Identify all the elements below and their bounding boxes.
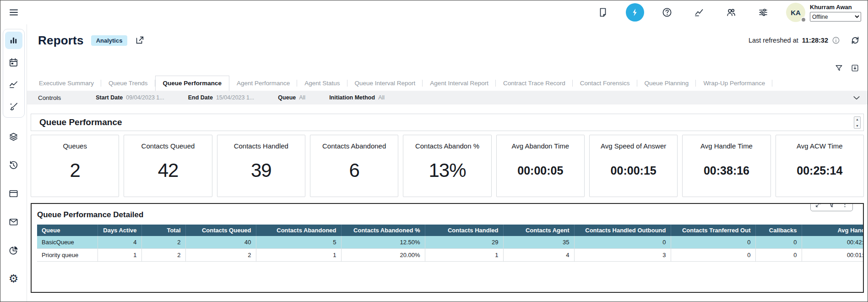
filter-icon[interactable] — [835, 64, 843, 73]
metric-label: Queues — [63, 142, 87, 150]
tab-agent-interval-report[interactable]: Agent Interval Report — [423, 76, 496, 91]
tab-executive-summary[interactable]: Executive Summary — [32, 76, 101, 91]
sidebar-item-window[interactable] — [5, 185, 22, 202]
metric-cards-row: Queues2Contacts Queued42Contacts Handled… — [31, 135, 864, 197]
users-button[interactable] — [722, 3, 740, 22]
table-cell: 2 — [141, 236, 185, 249]
sliders-button[interactable] — [754, 3, 772, 22]
tab-queue-planning[interactable]: Queue Planning — [637, 76, 696, 91]
column-header-contacts-handled[interactable]: Contacts Handled — [425, 225, 503, 236]
metric-value: 42 — [158, 159, 179, 181]
column-header-callbacks[interactable]: Callbacks — [755, 225, 802, 236]
tab-agent-status[interactable]: Agent Status — [297, 76, 347, 91]
expand-icon[interactable] — [815, 203, 822, 208]
table-cell: 00:42:22 — [802, 236, 863, 249]
help-button[interactable] — [658, 3, 676, 22]
metric-value: 2 — [70, 159, 80, 181]
kebab-icon[interactable] — [841, 203, 848, 208]
tab-queue-performance[interactable]: Queue Performance — [155, 76, 229, 91]
sidebar: ⚙ — [0, 24, 27, 302]
users-icon — [726, 7, 737, 18]
pie-chart-icon — [8, 245, 19, 256]
control-label: End Date — [188, 94, 213, 101]
control-label: Start Date — [96, 94, 123, 101]
metric-card-avg-abandon-time: Avg Abandon Time00:00:05 — [496, 135, 585, 197]
lightning-icon — [630, 8, 640, 17]
metrics-chart-button[interactable] — [690, 3, 708, 22]
analytics-badge: Analytics — [91, 35, 128, 46]
sidebar-item-mail[interactable] — [5, 213, 22, 231]
controls-expand-button[interactable] — [852, 93, 861, 104]
refresh-button[interactable] — [850, 35, 860, 45]
report-tabs: Executive SummaryQueue TrendsQueue Perfo… — [31, 76, 864, 91]
control-initiation-method[interactable]: Initiation MethodAll — [329, 94, 385, 101]
scroll-spinner[interactable]: ▲▼ — [854, 116, 861, 129]
sidebar-item-list: ⚙ — [5, 128, 22, 287]
detail-title: Queue Performance Detailed — [37, 210, 863, 220]
metric-card-avg-speed-of-answer: Avg Speed of Answer00:00:15 — [589, 135, 678, 197]
table-cell: 0 — [574, 236, 671, 249]
info-icon[interactable] — [832, 36, 840, 44]
control-start-date[interactable]: Start Date09/04/2023 1... — [96, 94, 164, 101]
hamburger-icon — [8, 7, 19, 18]
download-icon[interactable] — [851, 64, 859, 73]
mail-icon — [8, 217, 19, 227]
sliders-icon — [758, 7, 769, 18]
tab-contact-forensics[interactable]: Contact Forensics — [573, 76, 637, 91]
tab-wrap-up-performance[interactable]: Wrap-Up Performance — [696, 76, 772, 91]
open-external-button[interactable] — [135, 35, 145, 45]
control-queue[interactable]: QueueAll — [278, 94, 305, 101]
table-row-priority-queue[interactable]: Priority queue122120.00%1430000:01:19 — [37, 249, 863, 262]
tab-queue-trends[interactable]: Queue Trends — [101, 76, 155, 91]
user-identity: KA Khurram Awan Offline — [786, 3, 861, 22]
metric-label: Contacts Abandoned — [322, 142, 386, 150]
column-header-contacts-handled-outbound[interactable]: Contacts Handled Outbound — [574, 225, 671, 236]
column-header-days-active[interactable]: Days Active — [98, 225, 141, 236]
filter-icon[interactable] — [827, 203, 836, 209]
table-cell: 3 — [574, 249, 671, 262]
column-header-contacts-agent[interactable]: Contacts Agent — [503, 225, 574, 236]
sidebar-item-history[interactable] — [5, 156, 22, 174]
metric-label: Avg Abandon Time — [511, 142, 569, 150]
tab-queue-interval-report[interactable]: Queue Interval Report — [347, 76, 423, 91]
column-header-contacts-abandoned[interactable]: Contacts Abandoned % — [341, 225, 425, 236]
column-header-total[interactable]: Total — [141, 225, 185, 236]
control-value: 09/04/2023 1... — [126, 94, 164, 101]
layers-icon — [8, 132, 19, 142]
sidebar-item-line-chart[interactable] — [5, 76, 22, 93]
control-value: 15/04/2023 1... — [216, 94, 254, 101]
metric-card-queues: Queues2 — [31, 135, 119, 197]
note-button[interactable] — [594, 3, 612, 22]
tab-agent-performance[interactable]: Agent Performance — [229, 76, 297, 91]
page-header: Reports Analytics Last refreshed at 11:2… — [27, 24, 868, 48]
metric-value: 39 — [251, 159, 271, 181]
external-link-icon — [135, 35, 145, 45]
column-header-queue[interactable]: Queue — [37, 225, 98, 236]
tab-contract-trace-record[interactable]: Contract Trace Record — [496, 76, 573, 91]
sidebar-item-customize-brush[interactable] — [5, 98, 22, 115]
sidebar-item-calendar[interactable] — [5, 54, 22, 71]
lightning-button[interactable] — [626, 3, 644, 22]
panel-toolbar — [810, 203, 853, 211]
table-cell: 0 — [755, 236, 802, 249]
control-end-date[interactable]: End Date15/04/2023 1... — [188, 94, 255, 101]
agent-status-select[interactable]: Offline — [810, 12, 861, 22]
bar-chart-icon — [8, 35, 19, 46]
column-header-contacts-tranferred-out[interactable]: Contacts Tranferred Out — [671, 225, 755, 236]
table-row-basicqueue[interactable]: BasicQueue4240512.50%293500000:42:22 — [37, 236, 863, 249]
table-cell: 4 — [98, 236, 141, 249]
history-icon — [8, 160, 19, 170]
column-header-avg-handl[interactable]: Avg Handl.. — [802, 225, 863, 236]
sidebar-item-pie-chart[interactable] — [5, 242, 22, 259]
column-header-contacts-queued[interactable]: Contacts Queued — [185, 225, 256, 236]
sidebar-item-layers[interactable] — [5, 128, 22, 145]
calendar-icon — [8, 57, 19, 68]
sidebar-item-settings-gear[interactable]: ⚙ — [5, 270, 22, 287]
column-header-contacts-abandoned[interactable]: Contacts Abandoned — [256, 225, 341, 236]
sidebar-item-bar-chart[interactable] — [5, 32, 22, 49]
controls-bar[interactable]: Controls Start Date09/04/2023 1...End Da… — [27, 91, 868, 104]
hamburger-menu-button[interactable] — [6, 5, 22, 20]
table-cell: 5 — [256, 236, 341, 249]
control-label: Queue — [278, 94, 296, 101]
last-refreshed: Last refreshed at 11:28:32 — [749, 36, 840, 44]
